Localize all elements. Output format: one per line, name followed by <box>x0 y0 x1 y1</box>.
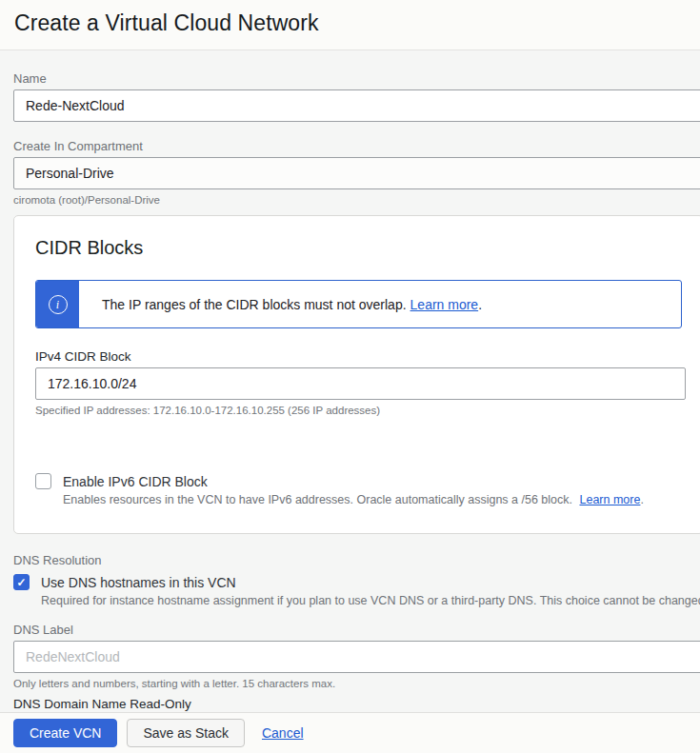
banner-suffix: . <box>478 297 482 312</box>
dns-label-field: DNS Label Only letters and numbers, star… <box>13 623 700 689</box>
ipv4-cidr-input[interactable] <box>35 367 686 400</box>
dns-resolution-section: DNS Resolution ✓ Use DNS hostnames in th… <box>13 553 700 607</box>
info-banner-text: The IP ranges of the CIDR blocks must no… <box>79 281 491 327</box>
page-title: Create a Virtual Cloud Network <box>14 10 685 36</box>
info-banner: i The IP ranges of the CIDR blocks must … <box>35 280 682 328</box>
ipv6-section: Enable IPv6 CIDR Block Enables resources… <box>35 473 682 506</box>
create-vcn-button[interactable]: Create VCN <box>13 719 117 747</box>
create-vcn-panel: Create a Virtual Cloud Network Name Crea… <box>0 0 700 753</box>
name-label: Name <box>13 71 700 86</box>
ipv6-helper-text: Enables resources in the VCN to have IPv… <box>63 493 572 506</box>
dns-hostnames-checkbox[interactable]: ✓ <box>13 574 30 590</box>
cancel-link[interactable]: Cancel <box>262 725 304 741</box>
info-icon: i <box>36 281 79 327</box>
dns-hostnames-checkbox-label: Use DNS hostnames in this VCN <box>41 575 236 590</box>
panel-header: Create a Virtual Cloud Network <box>0 0 700 50</box>
dns-label-input[interactable] <box>13 641 700 673</box>
dns-resolution-label: DNS Resolution <box>13 553 700 567</box>
ipv4-cidr-label: IPv4 CIDR Block <box>35 349 682 364</box>
ipv4-range-helper: Specified IP addresses: 172.16.10.0-172.… <box>35 405 682 416</box>
ipv6-learn-more-link[interactable]: Learn more <box>579 493 640 506</box>
ipv6-checkbox[interactable] <box>35 473 51 489</box>
cidr-card-title: CIDR Blocks <box>35 237 682 259</box>
ipv6-helper: Enables resources in the VCN to have IPv… <box>63 493 682 506</box>
dns-label-helper: Only letters and numbers, starting with … <box>13 678 700 689</box>
name-field: Name <box>13 71 700 122</box>
ipv6-checkbox-row: Enable IPv6 CIDR Block <box>35 473 682 489</box>
ipv6-checkbox-label: Enable IPv6 CIDR Block <box>63 474 208 489</box>
name-input[interactable] <box>13 89 700 122</box>
compartment-selected-value: Personal-Drive <box>26 166 114 181</box>
dns-label-label: DNS Label <box>13 623 700 637</box>
banner-message: The IP ranges of the CIDR blocks must no… <box>102 297 407 312</box>
save-as-stack-button[interactable]: Save as Stack <box>127 719 245 747</box>
compartment-select[interactable]: Personal-Drive <box>13 157 700 189</box>
cidr-blocks-card: CIDR Blocks i The IP ranges of the CIDR … <box>13 215 700 534</box>
ipv6-helper-suffix: . <box>640 493 643 506</box>
form-body: Name Create In Compartment Personal-Driv… <box>0 50 700 712</box>
compartment-path-helper: ciromota (root)/Personal-Drive <box>13 194 700 206</box>
dns-domain-name-label: DNS Domain Name Read-Only <box>13 697 700 711</box>
compartment-field: Create In Compartment Personal-Drive cir… <box>13 139 700 206</box>
dns-hostnames-checkbox-row: ✓ Use DNS hostnames in this VCN <box>13 574 700 590</box>
compartment-label: Create In Compartment <box>13 139 700 153</box>
dns-hostnames-helper: Required for instance hostname assignmen… <box>41 594 700 607</box>
ipv4-cidr-field: IPv4 CIDR Block Specified IP addresses: … <box>35 349 682 416</box>
action-bar: Create VCN Save as Stack Cancel <box>0 712 700 753</box>
banner-learn-more-link[interactable]: Learn more <box>410 297 479 312</box>
